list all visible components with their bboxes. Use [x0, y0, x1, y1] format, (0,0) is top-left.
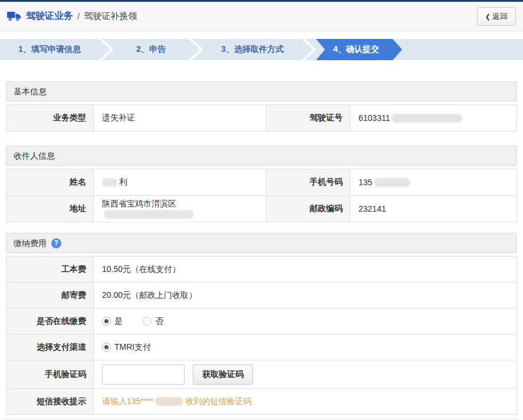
zip-label: 邮政编码 — [267, 196, 350, 222]
back-chevron-icon: ❮ — [485, 13, 491, 20]
sms-code-cell: 获取验证码 — [94, 360, 517, 389]
page-title: 驾驶证业务 — [26, 10, 73, 22]
redacted-blur — [104, 210, 193, 219]
chevron-separator-icon — [302, 39, 316, 60]
section-header-payment-fees: 缴纳费用 ? — [6, 233, 517, 253]
radio-unselected-icon[interactable] — [143, 317, 152, 326]
table-row: 是否在线缴费 是 否 — [6, 309, 517, 334]
radio-selected-icon[interactable] — [102, 343, 111, 352]
section-header-recipient-info: 收件人信息 — [6, 146, 517, 166]
radio-selected-icon[interactable] — [102, 317, 111, 326]
basic-info-table: 业务类型 遗失补证 驾驶证号 6103311 — [6, 104, 517, 132]
back-button-label: 返回 — [492, 12, 508, 21]
table-row: 业务类型 遗失补证 驾驶证号 6103311 — [6, 105, 517, 132]
table-row: 手机验证码 获取验证码 — [6, 360, 517, 389]
business-type-label: 业务类型 — [6, 105, 94, 132]
breadcrumb-separator: / — [77, 11, 80, 21]
address-label: 地址 — [6, 196, 94, 222]
payment-table: 工本费 10.50元（在线支付） 邮寄费 20.00元（邮政上门收取） 是否在线… — [6, 256, 517, 415]
section-header-basic-info: 基本信息 — [6, 81, 517, 101]
radio-option-no[interactable]: 否 — [143, 316, 163, 326]
postage-fee-value: 20.00元（邮政上门收取） — [94, 283, 517, 309]
production-fee-value: 10.50元（在线支付） — [94, 257, 517, 283]
breadcrumb-current: 驾驶证补换领 — [84, 11, 137, 22]
online-payment-options: 是 否 — [94, 309, 517, 334]
radio-option-tmri[interactable]: TMRI支付 — [102, 342, 151, 352]
page-header: 驾驶证业务 / 驾驶证补换领 ❮返回 — [0, 2, 523, 31]
tab-step-1-fill-application[interactable]: 1、填写申请信息 — [0, 39, 99, 60]
get-code-button[interactable]: 获取验证码 — [193, 365, 253, 385]
business-type-value: 遗失补证 — [94, 105, 267, 132]
radio-option-yes[interactable]: 是 — [102, 316, 123, 326]
main-content: 基本信息 业务类型 遗失补证 驾驶证号 6103311 收件人信息 姓名 利 手… — [0, 60, 523, 415]
license-number-label: 驾驶证号 — [267, 105, 350, 132]
zip-value: 232141 — [350, 196, 517, 222]
redacted-blur — [392, 114, 462, 123]
question-mark-icon[interactable]: ? — [51, 238, 61, 248]
redacted-blur — [374, 178, 410, 187]
address-value: 陕西省宝鸡市渭滨区 — [94, 196, 267, 222]
section-title: 收件人信息 — [14, 146, 55, 165]
chevron-separator-icon — [99, 39, 113, 60]
tab-step-2-declare[interactable]: 2、申告 — [113, 39, 189, 60]
phone-label: 手机号码 — [267, 169, 350, 196]
name-label: 姓名 — [6, 169, 94, 196]
section-title: 基本信息 — [14, 82, 47, 101]
license-number-value: 6103311 — [350, 105, 517, 132]
table-row: 选择支付渠道 TMRI支付 — [6, 334, 517, 360]
sms-code-input[interactable] — [102, 365, 185, 385]
table-row: 短信接收提示 请输入135****收到的短信验证码 — [6, 389, 517, 415]
table-row: 邮寄费 20.00元（邮政上门收取） — [6, 283, 517, 309]
truck-icon — [7, 11, 21, 21]
name-value: 利 — [94, 169, 267, 196]
table-row: 工本费 10.50元（在线支付） — [6, 257, 517, 283]
table-row: 姓名 利 手机号码 135 — [6, 169, 517, 196]
payment-channel-label: 选择支付渠道 — [6, 334, 94, 360]
redacted-blur — [102, 178, 117, 187]
online-payment-label: 是否在线缴费 — [6, 309, 94, 334]
table-row: 地址 陕西省宝鸡市渭滨区 邮政编码 232141 — [6, 196, 517, 222]
postage-fee-label: 邮寄费 — [6, 283, 94, 309]
back-button[interactable]: ❮返回 — [477, 7, 516, 26]
sms-code-label: 手机验证码 — [6, 360, 94, 389]
phone-value: 135 — [350, 169, 517, 196]
tab-step-4-confirm-submit[interactable]: 4、确认提交 — [316, 39, 402, 60]
chevron-separator-icon — [189, 39, 203, 60]
section-title: 缴纳费用 — [14, 234, 47, 252]
wizard-step-bar: 1、填写申请信息 2、申告 3、选择取件方式 4、确认提交 — [0, 39, 523, 60]
sms-hint-label: 短信接收提示 — [6, 389, 94, 415]
recipient-info-table: 姓名 利 手机号码 135 地址 陕西省宝鸡市渭滨区 邮政编码 232141 — [6, 169, 517, 222]
sms-hint-value: 请输入135****收到的短信验证码 — [94, 389, 517, 415]
payment-channel-options: TMRI支付 — [94, 334, 517, 360]
redacted-blur — [155, 397, 183, 406]
tab-step-3-pickup-method[interactable]: 3、选择取件方式 — [203, 39, 302, 60]
production-fee-label: 工本费 — [6, 257, 94, 283]
